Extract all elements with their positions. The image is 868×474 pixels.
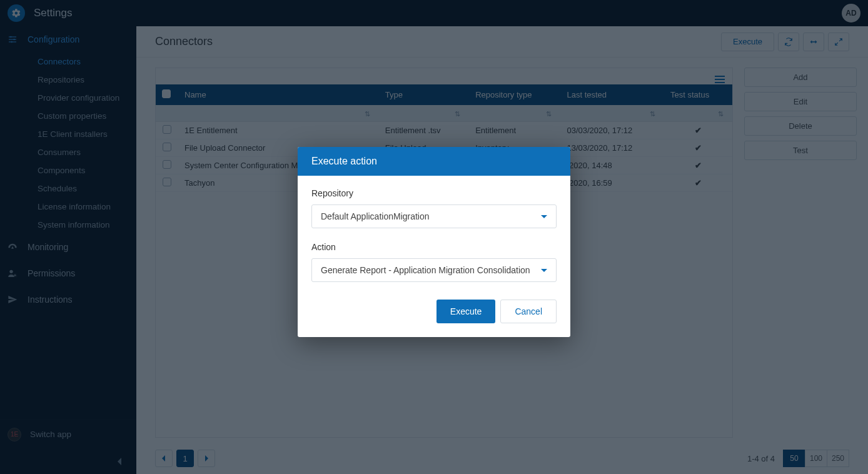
repository-select[interactable]: Default ApplicationMigration — [311, 204, 557, 228]
execute-action-modal: Execute action Repository Default Applic… — [298, 147, 570, 337]
chevron-down-icon — [541, 215, 547, 218]
action-label: Action — [311, 242, 557, 252]
chevron-down-icon — [541, 269, 547, 272]
action-select[interactable]: Generate Report - Application Migration … — [311, 258, 557, 282]
action-value: Generate Report - Application Migration … — [321, 265, 530, 275]
modal-cancel-button[interactable]: Cancel — [500, 300, 557, 323]
modal-overlay[interactable]: Execute action Repository Default Applic… — [0, 0, 868, 474]
modal-execute-button[interactable]: Execute — [437, 300, 496, 323]
modal-title: Execute action — [298, 147, 570, 176]
repository-value: Default ApplicationMigration — [321, 211, 430, 221]
repository-label: Repository — [311, 188, 557, 198]
